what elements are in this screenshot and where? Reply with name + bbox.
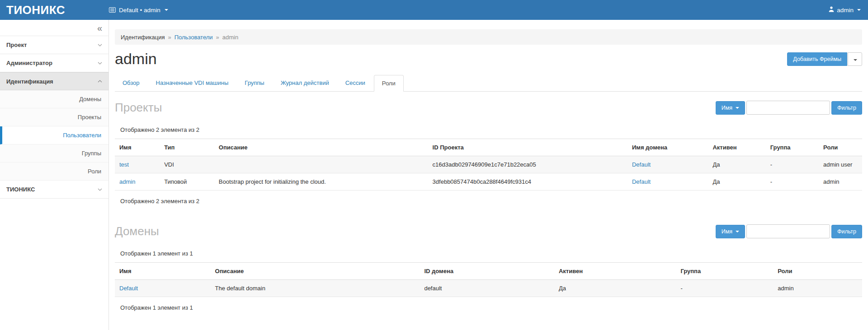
table-row: test VDI c16d3adb029746909e1c7e71b22eca0…: [115, 156, 862, 173]
tab-groups[interactable]: Группы: [237, 75, 272, 91]
cell-type: Типовой: [160, 173, 214, 191]
cell-roles: admin: [773, 280, 862, 297]
column-header: Активен: [708, 139, 765, 156]
column-header: Описание: [211, 263, 420, 280]
add-frames-dropdown-toggle[interactable]: [848, 52, 862, 66]
sidebar-item-roles[interactable]: Роли: [0, 163, 108, 181]
cell-roles: admin user: [819, 156, 862, 173]
sidebar-item-label: Группы: [82, 150, 101, 157]
identity-submenu: Домены Проекты Пользователи Группы Роли: [0, 90, 108, 181]
sidebar-item-projects[interactable]: Проекты: [0, 108, 108, 126]
domains-count-top: Отображен 1 элемент из 1: [120, 250, 862, 257]
breadcrumb-current: admin: [222, 34, 238, 41]
tab-bar: Обзор Назначенные VDI машины Группы Журн…: [115, 75, 862, 92]
column-header: Имя домена: [627, 139, 708, 156]
context-label: Default • admin: [119, 7, 160, 14]
sidebar-item-users[interactable]: Пользователи: [0, 126, 108, 144]
cell-active: Да: [708, 173, 765, 191]
filter-field-label: Имя: [722, 105, 732, 111]
column-header: ID домена: [420, 263, 554, 280]
sidebar-item-label: Пользователи: [63, 132, 101, 139]
domains-filter-input[interactable]: [746, 224, 830, 238]
context-switcher[interactable]: Default • admin: [109, 7, 168, 14]
tab-roles[interactable]: Роли: [374, 75, 404, 92]
table-row: admin Типовой Bootstrap project for init…: [115, 173, 862, 191]
project-link[interactable]: test: [119, 161, 129, 168]
projects-section-title: Проекты: [115, 101, 162, 115]
projects-filter: Имя Фильтр: [716, 101, 862, 115]
column-header: Имя: [115, 263, 211, 280]
domains-filter: Имя Фильтр: [716, 224, 862, 238]
cell-name: admin: [115, 173, 160, 191]
column-header: Тип: [160, 139, 214, 156]
domains-filter-button[interactable]: Фильтр: [831, 225, 862, 238]
projects-table: Имя Тип Описание ID Проекта Имя домена А…: [115, 139, 862, 191]
cell-project-id: c16d3adb029746909e1c7e71b22eca05: [428, 156, 627, 173]
sidebar-item-groups[interactable]: Группы: [0, 144, 108, 163]
domain-link[interactable]: Default: [632, 178, 651, 185]
cell-project-id: 3dfebb0857474b0ca288f4649fc931c4: [428, 173, 627, 191]
column-header: Роли: [773, 263, 862, 280]
cell-active: Да: [554, 280, 676, 297]
cell-description: The default domain: [211, 280, 420, 297]
tab-assigned-vdi[interactable]: Назначенные VDI машины: [148, 75, 236, 91]
cell-roles: admin: [819, 173, 862, 191]
chevron-down-icon: [98, 62, 102, 65]
projects-filter-button[interactable]: Фильтр: [831, 101, 862, 115]
tab-overview[interactable]: Обзор: [115, 75, 147, 91]
caret-down-icon: [854, 59, 857, 61]
sidebar-item-tionix[interactable]: ТИОНИКС: [0, 181, 108, 199]
page-title: admin: [115, 50, 157, 68]
topbar: ТИОНИКС Default • admin admin: [0, 0, 868, 20]
sidebar-item-identity[interactable]: Идентификация: [0, 72, 108, 90]
projects-filter-field-button[interactable]: Имя: [716, 101, 745, 115]
domains-section-title: Домены: [115, 224, 159, 238]
add-frames-button[interactable]: Добавить Фреймы: [787, 52, 847, 66]
domains-count-bottom: Отображен 1 элемент из 1: [120, 304, 862, 311]
chevron-down-icon: [98, 188, 102, 191]
sidebar: « Проект Администратор Идентификация Дом…: [0, 20, 109, 330]
cell-description: [214, 156, 428, 173]
user-menu[interactable]: admin: [829, 6, 868, 14]
column-header: Группа: [676, 263, 773, 280]
projects-filter-input[interactable]: [746, 101, 830, 115]
brand-logo: ТИОНИКС: [0, 3, 109, 17]
cell-active: Да: [708, 156, 765, 173]
domains-header-row: Имя Описание ID домена Активен Группа Ро…: [115, 263, 862, 280]
column-header: Роли: [819, 139, 862, 156]
cell-type: VDI: [160, 156, 214, 173]
breadcrumb-separator: »: [216, 34, 219, 41]
cell-group: -: [766, 156, 819, 173]
breadcrumb-root: Идентификация: [121, 34, 165, 41]
domains-filter-field-button[interactable]: Имя: [716, 225, 745, 238]
sidebar-item-administrator[interactable]: Администратор: [0, 54, 108, 72]
user-label: admin: [837, 7, 854, 14]
breadcrumb-parent-link[interactable]: Пользователи: [175, 34, 213, 41]
filter-field-label: Имя: [722, 228, 732, 235]
sidebar-collapse-button[interactable]: «: [97, 23, 102, 33]
action-button-group: Добавить Фреймы: [787, 52, 862, 66]
list-icon: [109, 7, 116, 13]
user-icon: [829, 6, 834, 14]
cell-group: -: [766, 173, 819, 191]
sidebar-item-domains[interactable]: Домены: [0, 90, 108, 108]
column-header: ID Проекта: [428, 139, 627, 156]
tab-sessions[interactable]: Сессии: [338, 75, 373, 91]
sidebar-item-label: ТИОНИКС: [6, 186, 35, 193]
caret-down-icon: [736, 231, 739, 232]
projects-count-top: Отображено 2 элемента из 2: [120, 126, 862, 133]
project-link[interactable]: admin: [119, 178, 135, 185]
main-content: Идентификация » Пользователи » admin adm…: [109, 20, 868, 330]
sidebar-item-label: Роли: [88, 168, 101, 175]
caret-down-icon: [165, 9, 168, 11]
projects-header-row: Имя Тип Описание ID Проекта Имя домена А…: [115, 139, 862, 156]
breadcrumb-separator: »: [168, 34, 171, 41]
column-header: Имя: [115, 139, 160, 156]
domain-link[interactable]: Default: [632, 161, 651, 168]
sidebar-item-project[interactable]: Проект: [0, 36, 108, 54]
domains-table: Имя Описание ID домена Активен Группа Ро…: [115, 262, 862, 297]
tab-action-log[interactable]: Журнал действий: [273, 75, 337, 91]
cell-domain: Default: [627, 173, 708, 191]
domain-link[interactable]: Default: [119, 285, 138, 292]
sidebar-item-label: Идентификация: [6, 78, 53, 85]
